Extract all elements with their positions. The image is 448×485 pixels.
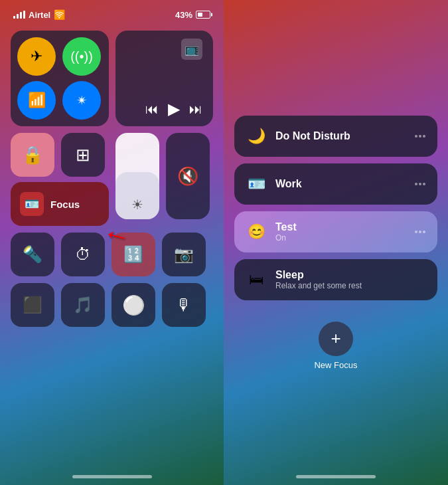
battery-fill (198, 13, 202, 17)
home-indicator (72, 475, 152, 478)
focus-item-dnd[interactable]: 🌙 Do Not Disturb (234, 116, 437, 157)
signal-bar-4 (23, 11, 25, 19)
calculator-button[interactable]: 🔢 (112, 233, 155, 276)
airplay-icon[interactable]: 📺 (181, 39, 202, 60)
screen-record-button[interactable]: ⚪ (112, 283, 155, 327)
test-more-button[interactable] (415, 231, 425, 233)
sleep-text: Sleep Relax and get some rest (275, 269, 425, 290)
mute-button[interactable]: 🔇 (166, 133, 210, 219)
brightness-icon: ☀ (131, 197, 143, 213)
connectivity-block: ✈ ((•)) 📶 ✴ (11, 31, 109, 126)
focus-label: Focus (50, 199, 80, 210)
record-icon: ⚪ (122, 294, 145, 316)
calculator-icon: 🔢 (123, 245, 143, 264)
controls-grid: ✈ ((•)) 📶 ✴ 📺 ⏮ ▶ ⏭ (0, 25, 224, 332)
lock-icon: 🔒 (22, 145, 43, 165)
plus-icon: + (331, 328, 340, 349)
dot2 (419, 135, 421, 138)
status-right: 43% (175, 10, 210, 20)
focus-icon: 🪪 (20, 192, 44, 216)
test-sub: On (275, 233, 406, 242)
timer-button[interactable]: ⏱ (61, 233, 105, 276)
qr-icon: ⬛ (23, 296, 42, 314)
timer-icon: ⏱ (75, 245, 91, 264)
new-focus-circle: + (319, 322, 353, 356)
row-4: ⬛ 🎵 ⚪ 🎙 (11, 283, 213, 327)
test-icon: 😊 (246, 223, 266, 241)
screen-mirror-button[interactable]: ⊞ (61, 133, 105, 177)
left-panel: Airtel 🛜 43% ✈ ((•)) 📶 (0, 0, 224, 485)
shazam-icon: 🎵 (73, 296, 93, 314)
media-block: 📺 ⏮ ▶ ⏭ (115, 31, 213, 126)
dot3 (423, 135, 425, 138)
focus-item-test[interactable]: 😊 Test On (234, 211, 437, 252)
new-focus-button[interactable]: + New Focus (314, 322, 357, 370)
dot1 (415, 231, 417, 233)
work-name: Work (275, 178, 406, 190)
media-controls: ⏮ ▶ ⏭ (145, 100, 202, 118)
dot1 (415, 135, 417, 138)
signal-bar-2 (17, 14, 19, 19)
brightness-slider[interactable]: ☀ (115, 133, 159, 219)
dnd-text: Do Not Disturb (275, 130, 406, 142)
focus-item-sleep[interactable]: 🛏 Sleep Relax and get some rest (234, 259, 437, 300)
camera-icon: 📷 (174, 245, 194, 264)
battery-percent: 43% (175, 10, 192, 20)
torch-icon: 🔦 (23, 245, 42, 264)
play-button[interactable]: ▶ (168, 100, 180, 118)
bluetooth-icon: ✴ (76, 92, 88, 108)
focus-item-work[interactable]: 🪪 Work (234, 163, 437, 205)
wifi-icon: 🛜 (54, 9, 65, 20)
status-left: Airtel 🛜 (13, 9, 65, 20)
camera-button[interactable]: 📷 (162, 233, 206, 276)
voice-memo-button[interactable]: 🎙 (162, 283, 206, 327)
battery-icon (196, 11, 210, 19)
right-panel: 🌙 Do Not Disturb 🪪 Work 😊 (224, 0, 448, 485)
airplay-symbol: 📺 (185, 42, 199, 56)
mirror-icon: ⊞ (76, 145, 90, 165)
row-1: ✈ ((•)) 📶 ✴ 📺 ⏮ ▶ ⏭ (11, 31, 213, 126)
dnd-icon: 🌙 (246, 128, 266, 145)
cellular-button[interactable]: ((•)) (62, 37, 101, 76)
carrier-label: Airtel (29, 10, 50, 20)
sleep-sub: Relax and get some rest (275, 281, 425, 290)
status-bar: Airtel 🛜 43% (0, 0, 224, 25)
focus-button[interactable]: 🪪 Focus (11, 182, 109, 226)
work-icon: 🪪 (246, 175, 266, 193)
signal-bar-1 (13, 16, 15, 19)
screen-lock-button[interactable]: 🔒 (11, 133, 54, 177)
focus-icon-symbol: 🪪 (25, 197, 39, 211)
dnd-more-button[interactable] (415, 135, 425, 138)
work-text: Work (275, 178, 406, 190)
airplane-icon: ✈ (31, 48, 42, 65)
wifi-button[interactable]: 📶 (17, 81, 56, 120)
row-3: 🔦 ⏱ 🔢 📷 (11, 233, 213, 276)
test-name: Test (275, 221, 406, 233)
right-home-indicator (296, 475, 376, 478)
shazam-button[interactable]: 🎵 (61, 283, 105, 327)
sleep-name: Sleep (275, 269, 425, 281)
sleep-icon: 🛏 (246, 271, 266, 288)
next-button[interactable]: ⏭ (189, 102, 202, 117)
work-more-button[interactable] (415, 183, 425, 185)
wifi-btn-icon: 📶 (28, 92, 46, 109)
dnd-name: Do Not Disturb (275, 130, 406, 142)
waveform-icon: 🎙 (176, 296, 192, 314)
new-focus-label: New Focus (314, 360, 357, 370)
torch-button[interactable]: 🔦 (11, 233, 54, 276)
dot3 (423, 183, 425, 185)
dot2 (419, 183, 421, 185)
qr-scanner-button[interactable]: ⬛ (11, 283, 54, 327)
prev-button[interactable]: ⏮ (145, 102, 159, 117)
bluetooth-button[interactable]: ✴ (62, 81, 101, 120)
mute-icon: 🔇 (177, 166, 198, 187)
dot1 (415, 183, 417, 185)
focus-menu-list: 🌙 Do Not Disturb 🪪 Work 😊 (234, 116, 437, 300)
airplane-mode-button[interactable]: ✈ (17, 37, 56, 76)
signal-bars (13, 11, 25, 19)
test-text: Test On (275, 221, 406, 242)
cellular-icon: ((•)) (70, 49, 93, 64)
dot3 (423, 231, 425, 233)
signal-bar-3 (20, 12, 22, 19)
row-2: 🔒 ⊞ 🪪 Focus ☀ (11, 133, 213, 226)
